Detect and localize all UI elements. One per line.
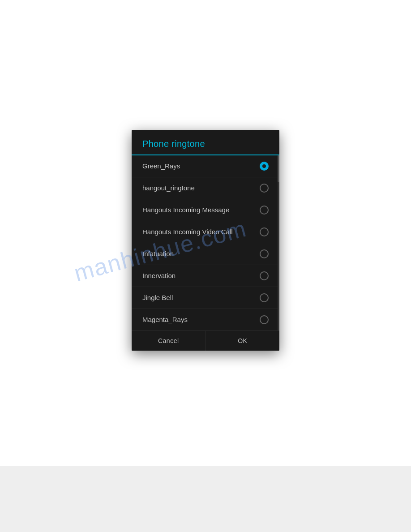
radio-item[interactable]: hangout_ringtone [132, 177, 279, 199]
ringtone-dialog: Phone ringtone Green_Rayshangout_rington… [132, 130, 279, 351]
dialog-wrapper: Phone ringtone Green_Rayshangout_rington… [0, 130, 411, 351]
radio-circle[interactable] [260, 271, 269, 280]
radio-item[interactable]: Hangouts Incoming Message [132, 199, 279, 221]
scrollbar[interactable] [278, 155, 279, 330]
top-whitespace [0, 0, 411, 130]
dialog-body[interactable]: Green_Rayshangout_ringtoneHangouts Incom… [132, 155, 279, 330]
radio-item[interactable]: Infatuation [132, 243, 279, 265]
radio-item[interactable]: Hangouts Incoming Video Call [132, 221, 279, 243]
radio-item[interactable]: Green_Rays [132, 155, 279, 177]
cancel-button[interactable]: Cancel [132, 331, 206, 351]
radio-circle[interactable] [260, 315, 269, 324]
dialog-title: Phone ringtone [142, 139, 205, 149]
radio-circle[interactable] [260, 293, 269, 302]
dialog-header: Phone ringtone [132, 130, 279, 155]
radio-list: Green_Rayshangout_ringtoneHangouts Incom… [132, 155, 279, 330]
radio-item[interactable]: Magenta_Rays [132, 309, 279, 330]
radio-circle[interactable] [260, 184, 269, 193]
radio-item-label: Innervation [142, 271, 260, 280]
scrollbar-thumb [278, 155, 279, 182]
radio-item-label: Magenta_Rays [142, 315, 260, 324]
radio-item-label: Green_Rays [142, 162, 260, 171]
radio-circle[interactable] [260, 206, 269, 215]
radio-circle[interactable] [260, 249, 269, 258]
radio-item-label: Jingle Bell [142, 293, 260, 302]
radio-item[interactable]: Jingle Bell [132, 287, 279, 309]
ok-button[interactable]: OK [206, 331, 280, 351]
radio-circle[interactable] [260, 162, 269, 171]
radio-item[interactable]: Innervation [132, 265, 279, 287]
radio-item-label: Hangouts Incoming Message [142, 206, 260, 215]
radio-item-label: Infatuation [142, 249, 260, 258]
radio-item-label: Hangouts Incoming Video Call [142, 227, 260, 236]
bottom-bar [0, 466, 411, 532]
dialog-footer: Cancel OK [132, 330, 279, 351]
radio-circle[interactable] [260, 227, 269, 236]
radio-item-label: hangout_ringtone [142, 184, 260, 193]
